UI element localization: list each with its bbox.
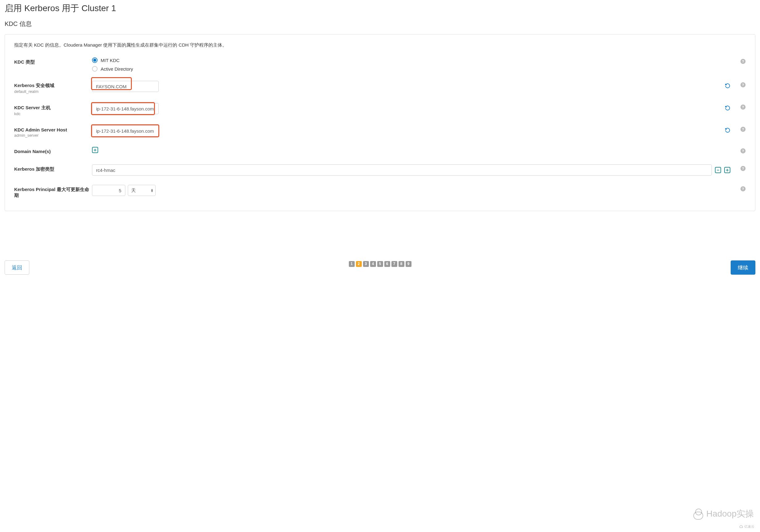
remove-icon[interactable]: － bbox=[715, 167, 721, 173]
svg-text:?: ? bbox=[742, 105, 744, 109]
principal-life-unit-select[interactable]: 天 ▲▼ bbox=[128, 185, 156, 196]
radio-group-kdc-type: MIT KDC Active Directory bbox=[92, 57, 133, 71]
help-icon[interactable]: ? bbox=[740, 149, 746, 155]
realm-input[interactable] bbox=[92, 81, 159, 92]
row-domain-names: Domain Name(s) ＋ ? bbox=[14, 147, 746, 155]
add-icon[interactable]: ＋ bbox=[92, 147, 98, 153]
svg-text:?: ? bbox=[742, 60, 744, 63]
page-4[interactable]: 4 bbox=[370, 261, 376, 267]
pagination: 123456789 bbox=[29, 261, 731, 267]
page-2[interactable]: 2 bbox=[356, 261, 362, 267]
kdc-server-input[interactable] bbox=[92, 103, 159, 114]
sublabel-admin-server: admin_server bbox=[14, 133, 92, 138]
page-3[interactable]: 3 bbox=[363, 261, 369, 267]
row-kdc-server: KDC Server 主机 kdc ? bbox=[14, 103, 746, 116]
form-panel: 指定有关 KDC 的信息。Cloudera Manager 使用下面的属性生成在… bbox=[5, 34, 755, 211]
label-admin-server: KDC Admin Server Host bbox=[14, 127, 92, 132]
continue-button[interactable]: 继续 bbox=[731, 260, 755, 275]
help-icon[interactable]: ? bbox=[740, 83, 746, 89]
label-kdc-type: KDC 类型 bbox=[14, 59, 92, 65]
svg-text:?: ? bbox=[742, 127, 744, 131]
radio-mit-kdc-label: MIT KDC bbox=[101, 58, 119, 63]
label-kdc-server: KDC Server 主机 bbox=[14, 105, 92, 111]
back-button[interactable]: 返回 bbox=[5, 260, 29, 275]
continue-button-label: 继续 bbox=[738, 264, 748, 271]
radio-ad-label: Active Directory bbox=[101, 66, 133, 71]
help-icon[interactable]: ? bbox=[740, 59, 746, 66]
svg-text:?: ? bbox=[742, 187, 744, 191]
form-description: 指定有关 KDC 的信息。Cloudera Manager 使用下面的属性生成在… bbox=[14, 42, 746, 48]
page-9[interactable]: 9 bbox=[405, 261, 411, 267]
svg-text:?: ? bbox=[742, 149, 744, 153]
add-icon[interactable]: ＋ bbox=[724, 167, 730, 173]
sublabel-realm: default_realm bbox=[14, 89, 92, 94]
select-caret-icon: ▲▼ bbox=[151, 189, 153, 192]
admin-server-input[interactable] bbox=[92, 125, 159, 136]
help-icon[interactable]: ? bbox=[740, 166, 746, 172]
back-button-label: 返回 bbox=[12, 264, 22, 271]
reset-icon[interactable] bbox=[725, 83, 730, 90]
radio-active-directory[interactable]: Active Directory bbox=[92, 66, 133, 71]
sublabel-kdc-server: kdc bbox=[14, 111, 92, 116]
help-icon[interactable]: ? bbox=[740, 127, 746, 133]
reset-icon[interactable] bbox=[725, 127, 730, 135]
page-1[interactable]: 1 bbox=[349, 261, 355, 267]
svg-text:?: ? bbox=[742, 83, 744, 87]
help-icon[interactable]: ? bbox=[740, 105, 746, 111]
row-enc-types: Kerberos 加密类型 － ＋ ? bbox=[14, 164, 746, 176]
radio-icon bbox=[92, 66, 98, 71]
row-kdc-type: KDC 类型 MIT KDC Active Directory ? bbox=[14, 57, 746, 71]
label-enc-types: Kerberos 加密类型 bbox=[14, 166, 92, 172]
page-8[interactable]: 8 bbox=[399, 261, 404, 267]
row-admin-server: KDC Admin Server Host admin_server ? bbox=[14, 125, 746, 138]
label-principal-life: Kerberos Principal 最大可更新生命期 bbox=[14, 187, 92, 199]
principal-life-input[interactable] bbox=[92, 185, 125, 196]
principal-life-unit-label: 天 bbox=[131, 188, 136, 194]
enc-type-input[interactable] bbox=[92, 164, 712, 176]
footer-bar: 返回 123456789 继续 bbox=[5, 257, 755, 281]
label-domain-names: Domain Name(s) bbox=[14, 149, 92, 154]
page-5[interactable]: 5 bbox=[377, 261, 383, 267]
help-icon[interactable]: ? bbox=[740, 187, 746, 193]
svg-text:?: ? bbox=[742, 167, 744, 170]
page-title: 启用 Kerberos 用于 Cluster 1 bbox=[5, 2, 755, 14]
label-realm: Kerberos 安全领域 bbox=[14, 83, 92, 89]
radio-mit-kdc[interactable]: MIT KDC bbox=[92, 57, 133, 63]
page-7[interactable]: 7 bbox=[392, 261, 397, 267]
row-principal-life: Kerberos Principal 最大可更新生命期 天 ▲▼ ? bbox=[14, 185, 746, 199]
page-6[interactable]: 6 bbox=[384, 261, 390, 267]
radio-icon bbox=[92, 57, 98, 63]
page-subtitle: KDC 信息 bbox=[5, 20, 755, 28]
row-realm: Kerberos 安全领域 default_realm ? bbox=[14, 81, 746, 94]
reset-icon[interactable] bbox=[725, 105, 730, 112]
